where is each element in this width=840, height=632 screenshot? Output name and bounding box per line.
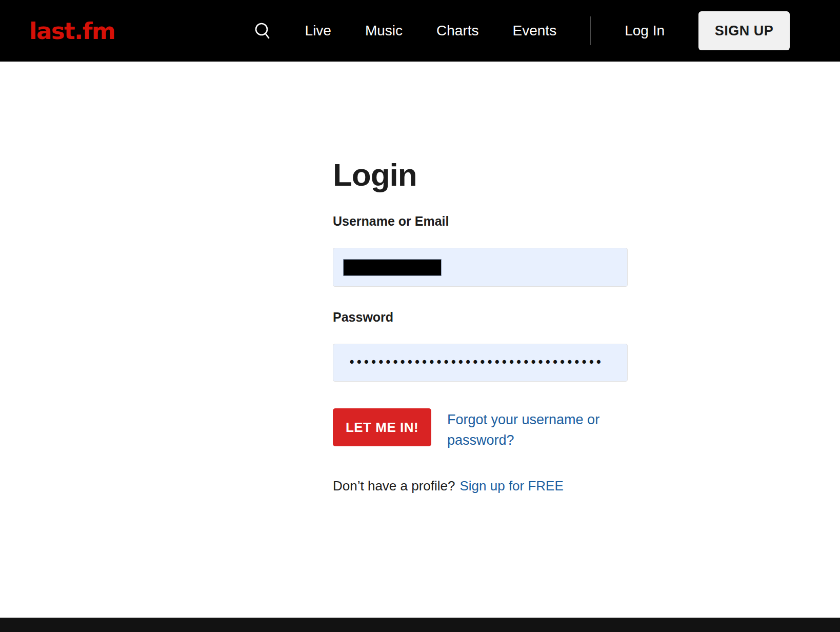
form-actions: LET ME IN! Forgot your username or passw… — [333, 408, 628, 450]
signup-prompt-line: Don’t have a profile?Sign up for FREE — [333, 478, 628, 494]
redacted-username-value — [344, 260, 441, 275]
nav-item-charts[interactable]: Charts — [436, 23, 478, 39]
login-link[interactable]: Log In — [625, 23, 665, 39]
username-label: Username or Email — [333, 213, 628, 229]
forgot-credentials-link[interactable]: Forgot your username or password? — [447, 409, 606, 450]
password-masked-value: ••••••••••••••••••••••••••••••••••• — [348, 357, 602, 369]
page-title: Login — [333, 159, 628, 191]
nav-divider — [590, 16, 591, 45]
nav-item-music[interactable]: Music — [365, 23, 403, 39]
username-input[interactable] — [333, 248, 628, 287]
password-input[interactable]: ••••••••••••••••••••••••••••••••••• — [333, 344, 628, 382]
signup-free-link[interactable]: Sign up for FREE — [459, 478, 563, 493]
login-form: Login Username or Email Password •••••••… — [333, 62, 628, 494]
footer-bar — [0, 618, 840, 632]
signup-button[interactable]: SIGN UP — [698, 11, 790, 50]
password-label: Password — [333, 309, 628, 325]
lastfm-logo[interactable]: last.fm — [29, 17, 115, 45]
search-icon[interactable] — [254, 22, 271, 40]
let-me-in-button[interactable]: LET ME IN! — [333, 408, 431, 446]
top-navigation-bar: last.fm Live Music Charts Events Log In … — [0, 0, 840, 62]
signup-prompt-text: Don’t have a profile? — [333, 478, 455, 493]
header-nav-group: Live Music Charts Events Log In SIGN UP — [254, 11, 790, 50]
nav-item-live[interactable]: Live — [305, 23, 331, 39]
nav-item-events[interactable]: Events — [513, 23, 557, 39]
